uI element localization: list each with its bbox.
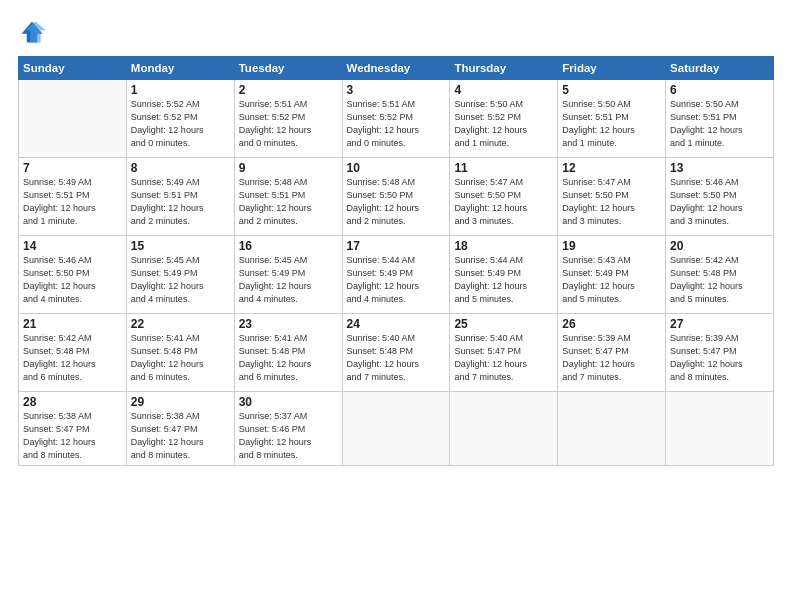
week-row-4: 21Sunrise: 5:42 AM Sunset: 5:48 PM Dayli… <box>19 314 774 392</box>
day-number: 2 <box>239 83 338 97</box>
day-info: Sunrise: 5:40 AM Sunset: 5:48 PM Dayligh… <box>347 332 446 384</box>
day-number: 8 <box>131 161 230 175</box>
week-row-2: 7Sunrise: 5:49 AM Sunset: 5:51 PM Daylig… <box>19 158 774 236</box>
calendar-cell: 24Sunrise: 5:40 AM Sunset: 5:48 PM Dayli… <box>342 314 450 392</box>
day-number: 15 <box>131 239 230 253</box>
day-info: Sunrise: 5:38 AM Sunset: 5:47 PM Dayligh… <box>131 410 230 462</box>
day-info: Sunrise: 5:51 AM Sunset: 5:52 PM Dayligh… <box>347 98 446 150</box>
calendar-cell: 21Sunrise: 5:42 AM Sunset: 5:48 PM Dayli… <box>19 314 127 392</box>
calendar-cell: 19Sunrise: 5:43 AM Sunset: 5:49 PM Dayli… <box>558 236 666 314</box>
day-info: Sunrise: 5:41 AM Sunset: 5:48 PM Dayligh… <box>131 332 230 384</box>
day-number: 25 <box>454 317 553 331</box>
day-number: 27 <box>670 317 769 331</box>
weekday-row: SundayMondayTuesdayWednesdayThursdayFrid… <box>19 57 774 80</box>
day-number: 30 <box>239 395 338 409</box>
day-info: Sunrise: 5:52 AM Sunset: 5:52 PM Dayligh… <box>131 98 230 150</box>
day-number: 29 <box>131 395 230 409</box>
calendar-cell: 9Sunrise: 5:48 AM Sunset: 5:51 PM Daylig… <box>234 158 342 236</box>
day-info: Sunrise: 5:48 AM Sunset: 5:51 PM Dayligh… <box>239 176 338 228</box>
day-number: 6 <box>670 83 769 97</box>
day-info: Sunrise: 5:44 AM Sunset: 5:49 PM Dayligh… <box>454 254 553 306</box>
week-row-3: 14Sunrise: 5:46 AM Sunset: 5:50 PM Dayli… <box>19 236 774 314</box>
day-info: Sunrise: 5:38 AM Sunset: 5:47 PM Dayligh… <box>23 410 122 462</box>
calendar-cell: 30Sunrise: 5:37 AM Sunset: 5:46 PM Dayli… <box>234 392 342 466</box>
calendar-cell: 6Sunrise: 5:50 AM Sunset: 5:51 PM Daylig… <box>666 80 774 158</box>
weekday-header-sunday: Sunday <box>19 57 127 80</box>
day-info: Sunrise: 5:46 AM Sunset: 5:50 PM Dayligh… <box>670 176 769 228</box>
day-info: Sunrise: 5:42 AM Sunset: 5:48 PM Dayligh… <box>670 254 769 306</box>
calendar-cell: 3Sunrise: 5:51 AM Sunset: 5:52 PM Daylig… <box>342 80 450 158</box>
day-number: 1 <box>131 83 230 97</box>
calendar-cell: 15Sunrise: 5:45 AM Sunset: 5:49 PM Dayli… <box>126 236 234 314</box>
calendar-cell: 5Sunrise: 5:50 AM Sunset: 5:51 PM Daylig… <box>558 80 666 158</box>
day-number: 23 <box>239 317 338 331</box>
day-info: Sunrise: 5:42 AM Sunset: 5:48 PM Dayligh… <box>23 332 122 384</box>
day-number: 18 <box>454 239 553 253</box>
calendar-cell: 13Sunrise: 5:46 AM Sunset: 5:50 PM Dayli… <box>666 158 774 236</box>
day-number: 26 <box>562 317 661 331</box>
day-number: 16 <box>239 239 338 253</box>
day-info: Sunrise: 5:39 AM Sunset: 5:47 PM Dayligh… <box>670 332 769 384</box>
week-row-5: 28Sunrise: 5:38 AM Sunset: 5:47 PM Dayli… <box>19 392 774 466</box>
weekday-header-saturday: Saturday <box>666 57 774 80</box>
day-info: Sunrise: 5:49 AM Sunset: 5:51 PM Dayligh… <box>23 176 122 228</box>
calendar-cell: 2Sunrise: 5:51 AM Sunset: 5:52 PM Daylig… <box>234 80 342 158</box>
day-info: Sunrise: 5:47 AM Sunset: 5:50 PM Dayligh… <box>562 176 661 228</box>
day-info: Sunrise: 5:39 AM Sunset: 5:47 PM Dayligh… <box>562 332 661 384</box>
calendar-cell: 29Sunrise: 5:38 AM Sunset: 5:47 PM Dayli… <box>126 392 234 466</box>
day-info: Sunrise: 5:40 AM Sunset: 5:47 PM Dayligh… <box>454 332 553 384</box>
calendar-cell: 18Sunrise: 5:44 AM Sunset: 5:49 PM Dayli… <box>450 236 558 314</box>
day-number: 3 <box>347 83 446 97</box>
day-number: 20 <box>670 239 769 253</box>
day-number: 14 <box>23 239 122 253</box>
day-number: 22 <box>131 317 230 331</box>
day-info: Sunrise: 5:43 AM Sunset: 5:49 PM Dayligh… <box>562 254 661 306</box>
weekday-header-wednesday: Wednesday <box>342 57 450 80</box>
calendar-cell: 1Sunrise: 5:52 AM Sunset: 5:52 PM Daylig… <box>126 80 234 158</box>
day-number: 21 <box>23 317 122 331</box>
day-info: Sunrise: 5:37 AM Sunset: 5:46 PM Dayligh… <box>239 410 338 462</box>
day-info: Sunrise: 5:50 AM Sunset: 5:51 PM Dayligh… <box>562 98 661 150</box>
calendar-cell: 16Sunrise: 5:45 AM Sunset: 5:49 PM Dayli… <box>234 236 342 314</box>
day-number: 19 <box>562 239 661 253</box>
week-row-1: 1Sunrise: 5:52 AM Sunset: 5:52 PM Daylig… <box>19 80 774 158</box>
weekday-header-thursday: Thursday <box>450 57 558 80</box>
calendar-cell: 10Sunrise: 5:48 AM Sunset: 5:50 PM Dayli… <box>342 158 450 236</box>
calendar-cell: 17Sunrise: 5:44 AM Sunset: 5:49 PM Dayli… <box>342 236 450 314</box>
calendar-cell <box>450 392 558 466</box>
logo <box>18 18 50 46</box>
day-info: Sunrise: 5:50 AM Sunset: 5:51 PM Dayligh… <box>670 98 769 150</box>
day-number: 28 <box>23 395 122 409</box>
day-number: 10 <box>347 161 446 175</box>
day-number: 24 <box>347 317 446 331</box>
day-number: 12 <box>562 161 661 175</box>
header <box>18 18 774 46</box>
calendar-cell: 12Sunrise: 5:47 AM Sunset: 5:50 PM Dayli… <box>558 158 666 236</box>
calendar-cell <box>19 80 127 158</box>
day-number: 5 <box>562 83 661 97</box>
day-number: 4 <box>454 83 553 97</box>
weekday-header-monday: Monday <box>126 57 234 80</box>
day-number: 7 <box>23 161 122 175</box>
calendar-cell: 23Sunrise: 5:41 AM Sunset: 5:48 PM Dayli… <box>234 314 342 392</box>
day-number: 17 <box>347 239 446 253</box>
calendar-cell: 7Sunrise: 5:49 AM Sunset: 5:51 PM Daylig… <box>19 158 127 236</box>
day-info: Sunrise: 5:44 AM Sunset: 5:49 PM Dayligh… <box>347 254 446 306</box>
day-info: Sunrise: 5:45 AM Sunset: 5:49 PM Dayligh… <box>131 254 230 306</box>
logo-icon <box>18 18 46 46</box>
calendar-body: 1Sunrise: 5:52 AM Sunset: 5:52 PM Daylig… <box>19 80 774 466</box>
calendar-cell <box>666 392 774 466</box>
calendar-cell: 11Sunrise: 5:47 AM Sunset: 5:50 PM Dayli… <box>450 158 558 236</box>
calendar-cell: 8Sunrise: 5:49 AM Sunset: 5:51 PM Daylig… <box>126 158 234 236</box>
calendar-cell: 14Sunrise: 5:46 AM Sunset: 5:50 PM Dayli… <box>19 236 127 314</box>
calendar-table: SundayMondayTuesdayWednesdayThursdayFrid… <box>18 56 774 466</box>
day-info: Sunrise: 5:46 AM Sunset: 5:50 PM Dayligh… <box>23 254 122 306</box>
calendar-cell: 28Sunrise: 5:38 AM Sunset: 5:47 PM Dayli… <box>19 392 127 466</box>
calendar-cell: 26Sunrise: 5:39 AM Sunset: 5:47 PM Dayli… <box>558 314 666 392</box>
weekday-header-friday: Friday <box>558 57 666 80</box>
day-number: 11 <box>454 161 553 175</box>
calendar-cell: 27Sunrise: 5:39 AM Sunset: 5:47 PM Dayli… <box>666 314 774 392</box>
calendar-header: SundayMondayTuesdayWednesdayThursdayFrid… <box>19 57 774 80</box>
calendar-cell: 25Sunrise: 5:40 AM Sunset: 5:47 PM Dayli… <box>450 314 558 392</box>
page: SundayMondayTuesdayWednesdayThursdayFrid… <box>0 0 792 612</box>
